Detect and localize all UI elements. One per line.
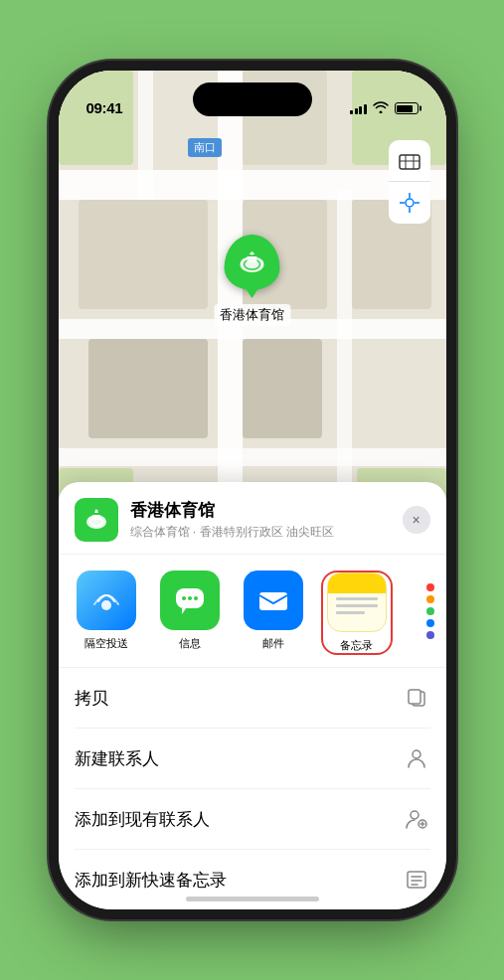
svg-rect-7 [79,200,208,309]
marker-pin [225,235,280,290]
more-apps-indicator [426,583,434,639]
mail-label: 邮件 [262,636,284,651]
bottom-sheet: 香港体育馆 综合体育馆 · 香港特别行政区 油尖旺区 × 隔空投送 [59,482,446,909]
venue-info: 香港体育馆 综合体育馆 · 香港特别行政区 油尖旺区 [130,499,391,541]
signal-bars-icon [350,102,367,114]
notes-icon [327,572,387,632]
action-add-contact-label: 添加到现有联系人 [75,808,210,831]
dot-5 [426,631,434,639]
svg-point-35 [188,596,192,600]
svg-point-26 [251,252,253,255]
map-location-label: 南口 [188,138,222,157]
phone-frame: 09:41 [59,71,446,909]
action-copy-label: 拷贝 [75,687,108,710]
status-time: 09:41 [86,99,123,116]
notes-label: 备忘录 [340,638,373,653]
battery-icon [395,102,419,114]
share-app-messages[interactable]: 信息 [154,571,226,651]
messages-icon [160,571,220,630]
action-new-contact[interactable]: 新建联系人 [75,729,430,789]
home-indicator [186,897,319,901]
dynamic-island [193,82,312,116]
dot-1 [426,583,434,591]
svg-rect-39 [409,690,420,704]
share-app-mail[interactable]: 邮件 [238,571,309,651]
svg-point-41 [411,811,419,819]
venue-icon [75,498,118,542]
action-new-contact-label: 新建联系人 [75,747,159,770]
signal-bar-3 [359,106,362,114]
signal-bar-2 [355,108,358,114]
svg-rect-10 [88,339,208,438]
messages-label: 信息 [179,636,201,651]
airdrop-label: 隔空投送 [84,636,128,651]
svg-rect-29 [92,515,100,520]
venue-subtitle: 综合体育馆 · 香港特别行政区 油尖旺区 [130,524,391,541]
sheet-header: 香港体育馆 综合体育馆 · 香港特别行政区 油尖旺区 × [59,482,446,555]
svg-rect-17 [400,155,420,169]
svg-point-36 [194,596,198,600]
quick-note-icon [403,866,430,894]
svg-rect-11 [243,339,322,438]
svg-point-31 [101,600,111,610]
svg-rect-25 [248,256,257,262]
signal-bar-4 [364,104,367,114]
action-list: 拷贝 新建联系人 [59,668,446,909]
action-copy[interactable]: 拷贝 [75,668,430,729]
copy-icon [403,684,430,712]
signal-bar-1 [350,110,353,114]
location-button[interactable] [389,182,430,224]
share-apps-row: 隔空投送 信息 [59,555,446,668]
map-type-button[interactable] [389,140,430,182]
airdrop-icon [77,571,136,630]
share-app-notes[interactable]: 备忘录 [321,571,393,655]
location-marker: 香港体育馆 [214,235,290,326]
battery-fill [397,105,413,112]
share-app-airdrop[interactable]: 隔空投送 [71,571,142,651]
status-icons [350,100,419,116]
dot-4 [426,619,434,627]
map-button-group [389,140,430,224]
person-add-icon [403,805,430,833]
person-icon [403,744,430,772]
action-add-to-contact[interactable]: 添加到现有联系人 [75,789,430,850]
dot-3 [426,607,434,615]
action-add-note-label: 添加到新快速备忘录 [75,869,227,892]
dot-2 [426,595,434,603]
venue-name: 香港体育馆 [130,499,391,522]
svg-point-34 [182,596,186,600]
svg-rect-37 [259,592,287,610]
svg-rect-6 [59,448,446,466]
close-button[interactable]: × [403,506,430,534]
svg-point-18 [406,199,414,207]
svg-point-30 [94,510,97,513]
marker-label: 香港体育馆 [214,304,290,326]
wifi-icon [373,100,389,116]
svg-point-40 [413,750,420,758]
svg-marker-33 [182,608,186,614]
mail-icon [244,571,303,630]
